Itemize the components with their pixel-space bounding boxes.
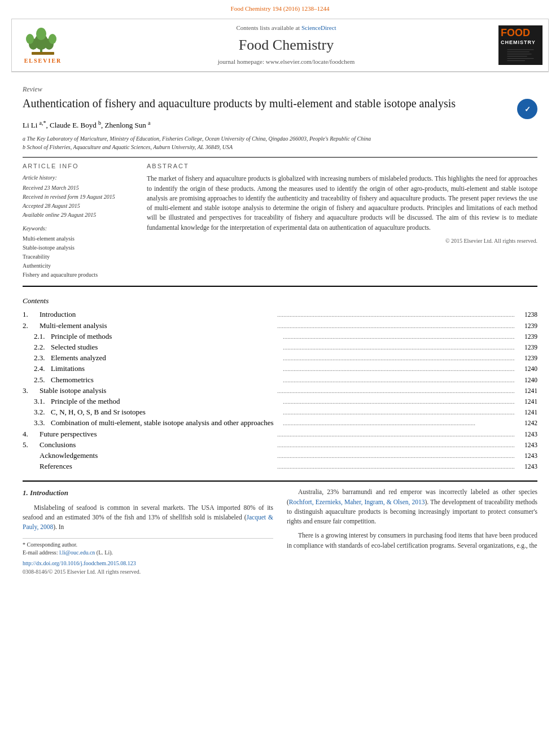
- journal-reference: Food Chemistry 194 (2016) 1238–1244: [0, 0, 560, 15]
- section-divider-1: [23, 286, 537, 287]
- authors-line: Li Li a,*, Claude E. Boyd b, Zhenlong Su…: [23, 119, 537, 131]
- footnote-area: * Corresponding author. E-mail address: …: [23, 538, 273, 576]
- affiliations: a The Key Laboratory of Mariculture, Min…: [23, 134, 537, 151]
- toc-item-1: 1. Introduction ........................…: [23, 309, 537, 320]
- header-center: Contents lists available at ScienceDirec…: [74, 24, 498, 66]
- issn-copyright: 0308-8146/© 2015 Elsevier Ltd. All right…: [23, 567, 273, 576]
- toc-item-2-2: 2.2. Selected studies ..................…: [23, 342, 537, 352]
- crossmark-icon: ✓: [520, 102, 534, 116]
- toc-item-4: 4. Future perspectives .................…: [23, 429, 537, 439]
- keywords-label: Keywords:: [23, 225, 135, 233]
- svg-point-6: [36, 28, 46, 40]
- contents-heading: Contents: [23, 296, 537, 306]
- toc-item-3-3: 3.3. Combination of multi-element, stabl…: [23, 418, 537, 428]
- svg-text:✓: ✓: [524, 105, 531, 113]
- abstract-column: ABSTRACT The market of fishery and aquac…: [147, 162, 537, 280]
- crossmark-badge: ✓: [517, 99, 537, 119]
- corresponding-author-note: * Corresponding author.: [23, 541, 273, 549]
- author-boyd: Claude E. Boyd: [50, 121, 97, 130]
- toc-item-3-1: 3.1. Principle of the method ...........…: [23, 396, 537, 407]
- author-li-li: Li Li: [23, 121, 37, 130]
- toc-item-3: 3. Stable isotope analysis .............…: [23, 386, 537, 396]
- food-chemistry-logo: FOOD CHEMISTRY: [498, 25, 542, 65]
- citation-rochfort[interactable]: Rochfort, Ezernieks, Maher, Ingram, & Ol…: [289, 499, 425, 505]
- elsevier-tree-icon: [23, 25, 63, 56]
- abstract-label: ABSTRACT: [147, 162, 537, 171]
- affiliation-b: b School of Fisheries, Aquaculture and A…: [23, 143, 537, 151]
- toc-item-2-3: 2.3. Elements analyzed .................…: [23, 353, 537, 363]
- food-logo-food-text: FOOD: [501, 28, 530, 38]
- svg-rect-7: [32, 52, 54, 55]
- intro-para-2: Australia, 23% barramundi and red empero…: [287, 487, 537, 526]
- journal-ref-text: Food Chemistry 194 (2016) 1238–1244: [231, 5, 330, 12]
- toc-item-2-5: 2.5. Chemometrics ......................…: [23, 375, 537, 385]
- contents-available-text: Contents lists available at ScienceDirec…: [74, 24, 498, 32]
- article-info-column: ARTICLE INFO Article history: Received 2…: [23, 162, 135, 280]
- svg-point-4: [26, 34, 34, 44]
- keyword-1: Multi-element analysis: [23, 235, 135, 243]
- svg-rect-8: [505, 47, 536, 63]
- title-divider: [23, 157, 537, 158]
- email-note: E-mail address: l.li@ouc.edu.cn (L. Li).: [23, 549, 273, 557]
- sciencedirect-link[interactable]: ScienceDirect: [301, 24, 336, 31]
- food-logo-decoration-icon: [501, 47, 540, 63]
- accepted-date: Accepted 28 August 2015: [23, 202, 135, 210]
- affiliation-a: a The Key Laboratory of Mariculture, Min…: [23, 134, 537, 143]
- toc-item-3-2: 3.2. C, N, H, O, S, B and Sr isotopes ..…: [23, 407, 537, 417]
- intro-heading: 1. Introduction: [23, 487, 273, 499]
- toc-item-2-4: 2.4. Limitations .......................…: [23, 364, 537, 374]
- page: Food Chemistry 194 (2016) 1238–1244: [0, 0, 560, 582]
- article-history-label: Article history:: [23, 174, 135, 182]
- toc-item-5: 5. Conclusions .........................…: [23, 440, 537, 450]
- article-info-abstract-section: ARTICLE INFO Article history: Received 2…: [23, 162, 537, 280]
- elsevier-wordmark: ELSEVIER: [24, 57, 62, 65]
- revised-date: Received in revised form 19 August 2015: [23, 193, 135, 201]
- email-link[interactable]: l.li@ouc.edu.cn: [59, 549, 95, 556]
- elsevier-logo: ELSEVIER: [18, 25, 68, 65]
- intro-para-1: Mislabeling of seafood is common in seve…: [23, 503, 273, 532]
- main-content: Review Authentication of fishery and aqu…: [0, 72, 560, 582]
- intro-left-col: 1. Introduction Mislabeling of seafood i…: [23, 487, 273, 575]
- toc-item-2: 2. Multi-element analysis ..............…: [23, 321, 537, 331]
- article-info-label: ARTICLE INFO: [23, 162, 135, 171]
- citation-jacquet[interactable]: Jacquet & Pauly, 2008: [23, 514, 273, 530]
- abstract-text: The market of fishery and aquaculture pr…: [147, 174, 537, 233]
- header-top-row: ELSEVIER Contents lists available at Sci…: [12, 19, 548, 71]
- intro-para-3: There is a growing interest by consumers…: [287, 531, 537, 551]
- title-row: Authentication of fishery and aquacultur…: [23, 96, 537, 119]
- copyright-text: © 2015 Elsevier Ltd. All rights reserved…: [147, 237, 537, 245]
- intro-right-col: Australia, 23% barramundi and red empero…: [287, 487, 537, 575]
- homepage-text: journal homepage: www.elsevier.com/locat…: [74, 58, 498, 66]
- toc-item-ref: References .............................…: [23, 461, 537, 471]
- keyword-4: Authenticity: [23, 262, 135, 270]
- intro-section: 1. Introduction Mislabeling of seafood i…: [23, 487, 537, 575]
- doi-link[interactable]: http://dx.doi.org/10.1016/j.foodchem.201…: [23, 559, 273, 567]
- food-logo-chemistry-text: CHEMISTRY: [501, 39, 536, 46]
- contents-section: Contents 1. Introduction ...............…: [23, 296, 537, 471]
- keyword-2: Stable-isotope analysis: [23, 244, 135, 252]
- author-sun: Zhenlong Sun: [105, 121, 146, 130]
- online-date: Available online 29 August 2015: [23, 211, 135, 219]
- keyword-3: Traceability: [23, 253, 135, 261]
- journal-header: ELSEVIER Contents lists available at Sci…: [11, 19, 549, 72]
- journal-title: Food Chemistry: [74, 35, 498, 55]
- article-type-label: Review: [23, 85, 537, 94]
- toc-item-2-1: 2.1. Principle of methods ..............…: [23, 331, 537, 342]
- toc-item-ack: Acknowledgements .......................…: [23, 451, 537, 461]
- svg-point-5: [49, 34, 56, 44]
- keyword-5: Fishery and aquaculture products: [23, 271, 135, 279]
- article-title: Authentication of fishery and aquacultur…: [23, 96, 511, 111]
- section-divider-2: [23, 480, 537, 482]
- received-date: Received 23 March 2015: [23, 184, 135, 192]
